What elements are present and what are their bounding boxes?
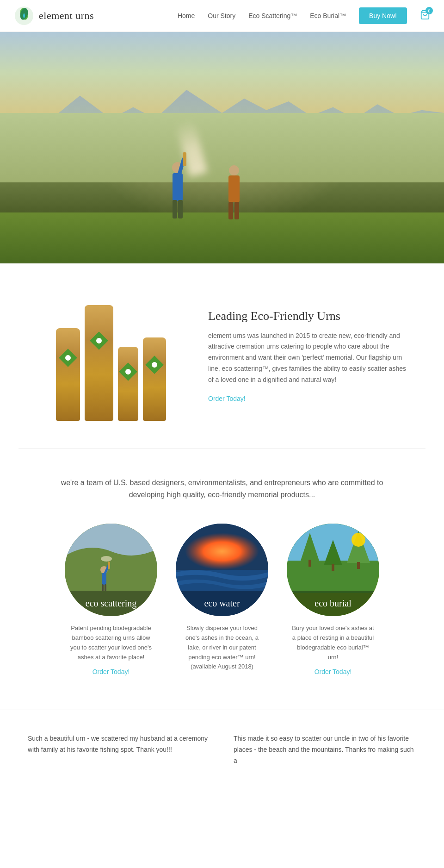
eco-water-item: eco water Slowly disperse your loved one… <box>176 524 268 677</box>
eco-water-image: eco water <box>176 524 268 616</box>
logo-text: element urns <box>39 10 94 22</box>
buy-now-button[interactable]: Buy Now! <box>359 7 407 24</box>
urns-order-link[interactable]: Order Today! <box>208 395 246 402</box>
testimonial-1-text: Such a beautiful urn - we scattered my h… <box>28 733 210 756</box>
hero-section <box>0 32 444 263</box>
svg-rect-29 <box>308 560 311 567</box>
eco-scattering-order[interactable]: Order Today! <box>92 668 130 675</box>
nav-home[interactable]: Home <box>178 12 195 19</box>
svg-point-33 <box>352 533 365 547</box>
urn-tag-1 <box>59 349 77 367</box>
eco-water-desc: Slowly disperse your loved one's ashes i… <box>176 624 268 672</box>
logo-icon <box>14 6 34 26</box>
urn-tag-2 <box>90 331 108 350</box>
team-section: we're a team of U.S. based designers, en… <box>0 449 444 710</box>
svg-rect-10 <box>228 175 240 202</box>
urns-title: Leading Eco-Friendly Urns <box>208 309 407 323</box>
eco-scattering-label: eco scattering <box>65 591 157 616</box>
urn-tag-3 <box>119 362 137 381</box>
urn-tag-4 <box>145 356 164 374</box>
hero-image <box>0 32 444 263</box>
svg-rect-21 <box>108 562 110 569</box>
svg-rect-12 <box>228 202 233 219</box>
cart-button[interactable]: 0 <box>420 10 430 22</box>
eco-burial-label: eco burial <box>287 591 379 616</box>
svg-point-11 <box>229 165 239 175</box>
urn-medium <box>143 337 166 421</box>
eco-scattering-image: eco scattering <box>65 524 157 616</box>
hero-sky <box>0 32 444 113</box>
urns-image <box>37 291 185 421</box>
urns-description: element urns was launched in 2015 to cre… <box>208 331 407 386</box>
svg-rect-8 <box>178 200 183 219</box>
svg-rect-7 <box>173 200 177 219</box>
eco-burial-order[interactable]: Order Today! <box>314 668 352 675</box>
team-tagline: we're a team of U.S. based designers, en… <box>60 477 384 500</box>
testimonial-2: This made it so easy to scatter our uncl… <box>234 733 416 766</box>
nav-our-story[interactable]: Our Story <box>208 12 235 19</box>
testimonials-section: Such a beautiful urn - we scattered my h… <box>0 710 444 785</box>
urns-content: Leading Eco-Friendly Urns element urns w… <box>208 309 407 403</box>
nav-eco-scattering[interactable]: Eco Scattering™ <box>248 12 297 19</box>
testimonial-2-text: This made it so easy to scatter our uncl… <box>234 733 416 766</box>
svg-rect-19 <box>105 584 106 591</box>
hero-figure-left <box>164 145 192 222</box>
logo[interactable]: element urns <box>14 6 94 26</box>
eco-burial-image: eco burial <box>287 524 379 616</box>
testimonial-1: Such a beautiful urn - we scattered my h… <box>28 733 210 766</box>
svg-rect-13 <box>234 202 239 219</box>
eco-scattering-item: eco scattering Patent pending biodegrada… <box>65 524 157 677</box>
eco-scattering-desc: Patent pending biodegradable bamboo scat… <box>65 624 157 662</box>
main-nav: Home Our Story Eco Scattering™ Eco Buria… <box>178 7 430 24</box>
svg-rect-25 <box>176 524 268 570</box>
cart-badge: 0 <box>426 7 433 14</box>
svg-rect-30 <box>357 562 360 569</box>
svg-rect-9 <box>183 152 186 166</box>
nav-eco-burial[interactable]: Eco Burial™ <box>310 12 346 19</box>
hero-figure-right <box>222 150 247 222</box>
eco-burial-desc: Bury your loved one's ashes at a place o… <box>287 624 379 662</box>
urn-small-left <box>56 328 80 421</box>
site-header: element urns Home Our Story Eco Scatteri… <box>0 0 444 32</box>
eco-water-label: eco water <box>176 591 268 616</box>
urn-small-mid <box>118 347 138 421</box>
eco-burial-item: eco burial Bury your loved one's ashes a… <box>287 524 379 677</box>
svg-point-22 <box>101 556 112 562</box>
svg-rect-31 <box>332 564 334 571</box>
product-circles-row: eco scattering Patent pending biodegrada… <box>37 524 407 677</box>
urns-section: Leading Eco-Friendly Urns element urns w… <box>0 263 444 449</box>
svg-rect-18 <box>102 584 104 591</box>
urn-large <box>85 305 113 421</box>
